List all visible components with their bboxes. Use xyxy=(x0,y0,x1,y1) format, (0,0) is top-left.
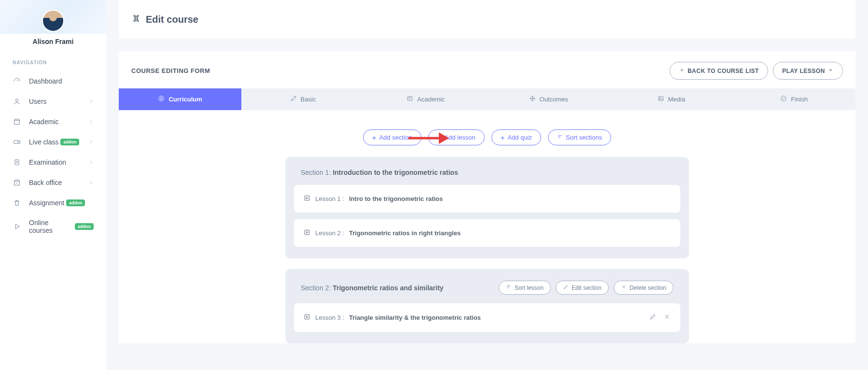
close-icon xyxy=(621,284,627,291)
addon-badge: addon xyxy=(60,139,79,145)
newspaper-icon xyxy=(406,95,413,103)
tab-label: Finish xyxy=(791,96,808,103)
button-label: Sort lesson xyxy=(515,285,544,291)
clipboard-icon xyxy=(13,158,21,167)
user-circle-icon xyxy=(158,95,165,103)
plus-icon: + xyxy=(372,134,377,141)
sidebar-item-live-class[interactable]: Live class addon xyxy=(0,132,106,152)
store-icon xyxy=(13,117,21,126)
section-name: Introduction to the trigonometric ratios xyxy=(333,169,458,176)
edit-section-button[interactable]: Edit section xyxy=(556,281,609,295)
sidebar-item-label: Live class xyxy=(29,138,58,146)
svg-point-6 xyxy=(161,97,163,99)
play-square-icon xyxy=(304,313,310,322)
trash-icon xyxy=(13,199,21,207)
video-icon xyxy=(13,138,21,146)
arrow-left-icon xyxy=(679,67,685,74)
sidebar-item-examination[interactable]: Examination xyxy=(0,152,106,172)
play-icon xyxy=(13,222,21,231)
svg-rect-15 xyxy=(305,314,309,319)
svg-rect-7 xyxy=(408,97,412,100)
sidebar-item-label: Dashboard xyxy=(29,77,62,85)
svg-rect-1 xyxy=(14,120,20,124)
section-header: Section 1: Introduction to the trigonome… xyxy=(294,169,680,185)
profile-name: Alison Frami xyxy=(0,38,106,45)
button-label: Sort sections xyxy=(566,134,602,141)
lesson-card[interactable]: Lesson 2 : Trigonometric ratios in right… xyxy=(294,219,680,247)
sidebar-item-label: Back office xyxy=(29,179,62,186)
tab-academic[interactable]: Academic xyxy=(364,88,487,110)
section-actions: Sort lesson Edit section Delete section xyxy=(499,281,673,295)
sidebar-item-label: Online courses xyxy=(29,219,73,234)
button-label: Edit section xyxy=(572,285,602,291)
play-lesson-button[interactable]: PLAY LESSON xyxy=(773,62,843,80)
lesson-card[interactable]: Lesson 3 : Triangle similarity & the tri… xyxy=(294,303,680,332)
section-prefix: Section 2 xyxy=(301,284,329,292)
section-prefix: Section 1 xyxy=(301,169,329,176)
tab-label: Basic xyxy=(301,96,316,103)
svg-point-10 xyxy=(781,96,786,101)
sidebar-item-assignment[interactable]: Assignment addon xyxy=(0,193,106,213)
section-card: Section 1: Introduction to the trigonome… xyxy=(285,157,689,258)
pencil-icon xyxy=(563,284,569,291)
tabs: Curriculum Basic Academic Outcomes Media xyxy=(119,88,855,110)
avatar[interactable] xyxy=(42,10,64,32)
tab-curriculum[interactable]: Curriculum xyxy=(119,88,241,110)
tab-media[interactable]: Media xyxy=(610,88,732,110)
sidebar-item-users[interactable]: Users xyxy=(0,91,106,112)
section-title: Section 1: Introduction to the trigonome… xyxy=(301,169,458,176)
sidebar-item-dashboard[interactable]: Dashboard xyxy=(0,71,106,91)
feather-icon xyxy=(290,95,297,103)
sort-lesson-button[interactable]: Sort lesson xyxy=(499,281,551,295)
image-icon xyxy=(658,95,664,103)
section-title: Section 2: Trigonometric ratios and simi… xyxy=(301,284,444,292)
lesson-title: Trigonometric ratios in right triangles xyxy=(349,229,461,237)
sidebar-item-label: Users xyxy=(29,98,47,105)
panel-header-actions: BACK TO COURSE LIST PLAY LESSON xyxy=(670,62,843,80)
svg-rect-13 xyxy=(305,196,309,200)
move-icon xyxy=(529,95,536,103)
page-title: Edit course xyxy=(146,14,198,25)
button-label: Delete section xyxy=(630,285,666,291)
section-name: Trigonometric ratios and similarity xyxy=(333,284,444,292)
delete-section-button[interactable]: Delete section xyxy=(614,281,673,295)
plus-icon: + xyxy=(501,134,505,141)
tab-label: Curriculum xyxy=(168,96,202,103)
button-label: PLAY LESSON xyxy=(782,68,825,74)
sidebar-item-academic[interactable]: Academic xyxy=(0,112,106,132)
chevron-right-icon xyxy=(89,118,94,126)
section-card: Section 2: Trigonometric ratios and simi… xyxy=(285,269,689,343)
svg-rect-3 xyxy=(15,160,19,165)
svg-point-0 xyxy=(15,99,18,101)
page-header: Edit course xyxy=(119,0,855,39)
red-arrow-annotation xyxy=(407,131,449,147)
delete-lesson-button[interactable] xyxy=(663,313,671,322)
addon-badge: addon xyxy=(66,199,85,206)
lesson-card[interactable]: Lesson 1 : Intro to the trigonometric ra… xyxy=(294,185,680,213)
addon-badge: addon xyxy=(75,223,94,230)
tab-finish[interactable]: Finish xyxy=(733,88,855,110)
tab-outcomes[interactable]: Outcomes xyxy=(487,88,610,110)
main-content: Edit course COURSE EDITING FORM BACK TO … xyxy=(106,0,868,370)
arrow-right-icon xyxy=(828,67,834,74)
section-header: Section 2: Trigonometric ratios and simi… xyxy=(294,281,680,303)
sort-sections-button[interactable]: Sort sections xyxy=(548,129,611,145)
play-square-icon xyxy=(304,195,310,203)
back-to-course-list-button[interactable]: BACK TO COURSE LIST xyxy=(670,62,768,80)
add-quiz-button[interactable]: + Add quiz xyxy=(491,129,541,145)
lesson-actions xyxy=(649,313,671,322)
sidebar-item-back-office[interactable]: Back office xyxy=(0,172,106,193)
sidebar: Alison Frami NAVIGATION Dashboard Users … xyxy=(0,0,106,370)
svg-rect-8 xyxy=(658,97,663,100)
sidebar-item-online-courses[interactable]: Online courses addon xyxy=(0,213,106,240)
chevron-right-icon xyxy=(89,138,94,146)
tab-basic[interactable]: Basic xyxy=(241,88,364,110)
edit-lesson-button[interactable] xyxy=(649,313,657,322)
tab-label: Media xyxy=(668,96,685,103)
lesson-prefix: Lesson 1 : xyxy=(315,195,344,202)
button-label: BACK TO COURSE LIST xyxy=(687,68,759,74)
command-icon xyxy=(131,14,141,25)
chevron-right-icon xyxy=(89,98,94,105)
sidebar-item-label: Academic xyxy=(29,118,58,126)
button-label: Add quiz xyxy=(507,134,532,141)
